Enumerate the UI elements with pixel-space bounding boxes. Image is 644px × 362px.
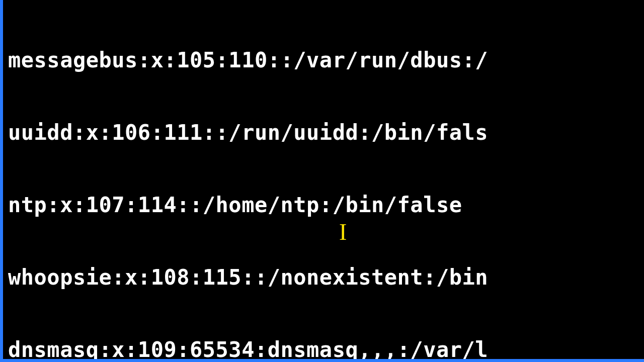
passwd-line: ntp:x:107:114::/home/ntp:/bin/false	[8, 193, 644, 217]
passwd-line: messagebus:x:105:110::/var/run/dbus:/	[8, 48, 644, 72]
terminal-screen[interactable]: messagebus:x:105:110::/var/run/dbus:/ uu…	[3, 0, 644, 359]
passwd-line: whoopsie:x:108:115::/nonexistent:/bin	[8, 265, 644, 290]
mouse-ibeam-icon: I	[339, 220, 347, 244]
passwd-line: uuidd:x:106:111::/run/uuidd:/bin/fals	[8, 121, 644, 145]
passwd-line: dnsmasq:x:109:65534:dnsmasq,,,:/var/l	[8, 338, 644, 359]
